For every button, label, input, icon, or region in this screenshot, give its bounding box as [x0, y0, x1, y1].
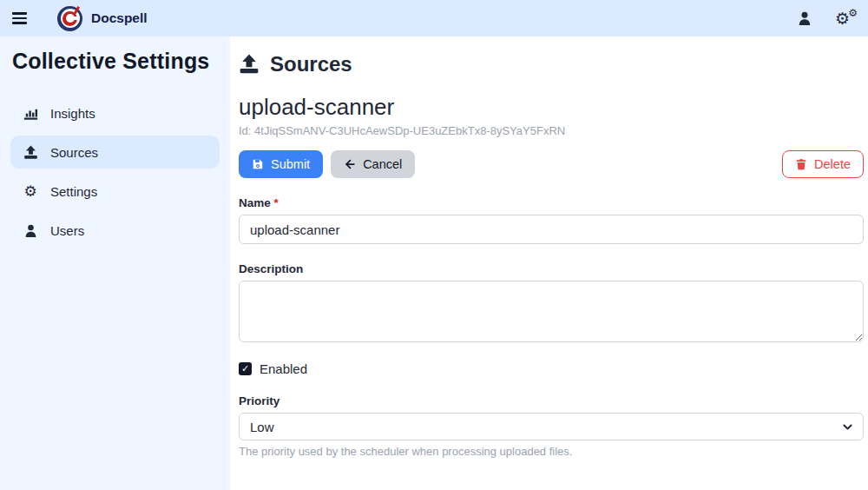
trash-icon [795, 158, 807, 170]
check-icon: ✓ [241, 364, 249, 374]
source-id: Id: 4tJiqSSmANV-C3UHcAewSDp-UE3uZEbkTx8-… [239, 124, 864, 137]
sidebar-item-label: Sources [50, 145, 98, 160]
priority-value: Low [250, 420, 274, 434]
small-gear-glyph: ⚙ [848, 8, 858, 18]
sidebar-item-label: Settings [50, 184, 97, 199]
user-account-icon[interactable] [797, 10, 812, 26]
gear-icon: ⚙ [23, 183, 38, 199]
name-input[interactable] [239, 215, 864, 244]
page-title: Sources [239, 52, 864, 76]
upload-icon [23, 144, 38, 160]
sidebar-item-sources[interactable]: Sources [10, 136, 220, 169]
enabled-label: Enabled [260, 361, 307, 376]
submit-button[interactable]: Submit [239, 150, 323, 178]
delete-label: Delete [814, 157, 851, 171]
docspell-logo-icon [57, 6, 82, 31]
source-name: upload-scanner [239, 94, 864, 121]
upload-icon [239, 54, 260, 75]
sidebar-item-settings[interactable]: ⚙ Settings [10, 175, 220, 208]
gear-glyph: ⚙ [23, 184, 36, 199]
page-shell: Collective Settings Insights [0, 36, 868, 490]
name-label: Name * [239, 196, 864, 209]
priority-label: Priority [239, 394, 864, 407]
enabled-row: ✓ Enabled [239, 361, 864, 376]
sidebar-item-label: Users [50, 223, 84, 238]
description-textarea[interactable] [239, 281, 864, 342]
priority-select[interactable]: Low [239, 413, 864, 440]
brand[interactable]: Docspell [57, 6, 148, 31]
chart-bar-icon [23, 105, 38, 121]
brand-name: Docspell [91, 10, 148, 26]
save-icon [252, 158, 264, 170]
hamburger-menu-icon[interactable] [12, 7, 35, 30]
priority-help: The priority used by the scheduler when … [239, 445, 864, 458]
sidebar-item-users[interactable]: Users [10, 214, 220, 247]
cancel-button[interactable]: Cancel [331, 150, 415, 178]
required-marker: * [274, 196, 279, 209]
arrow-left-icon [344, 158, 356, 170]
chevron-down-icon [842, 421, 853, 433]
description-label: Description [239, 262, 864, 275]
sidebar-item-label: Insights [50, 106, 95, 121]
sidebar: Collective Settings Insights [0, 36, 230, 490]
app-window: Docspell ⚙ ⚙ Collective Settings [0, 0, 868, 490]
settings-cogs-icon[interactable]: ⚙ ⚙ [835, 10, 856, 27]
submit-label: Submit [271, 157, 310, 171]
button-row: Submit Cancel Delete [239, 150, 864, 178]
navbar-right: ⚙ ⚙ [797, 10, 856, 27]
sidebar-item-insights[interactable]: Insights [10, 96, 220, 129]
sidebar-title: Collective Settings [12, 49, 218, 74]
enabled-checkbox[interactable]: ✓ [239, 362, 252, 375]
top-navbar: Docspell ⚙ ⚙ [0, 0, 868, 36]
page-title-label: Sources [270, 52, 352, 76]
main-content: Sources upload-scanner Id: 4tJiqSSmANV-C… [230, 36, 868, 490]
name-label-text: Name [239, 196, 271, 209]
cancel-label: Cancel [363, 157, 402, 171]
delete-button[interactable]: Delete [782, 150, 864, 178]
user-icon [23, 222, 38, 238]
